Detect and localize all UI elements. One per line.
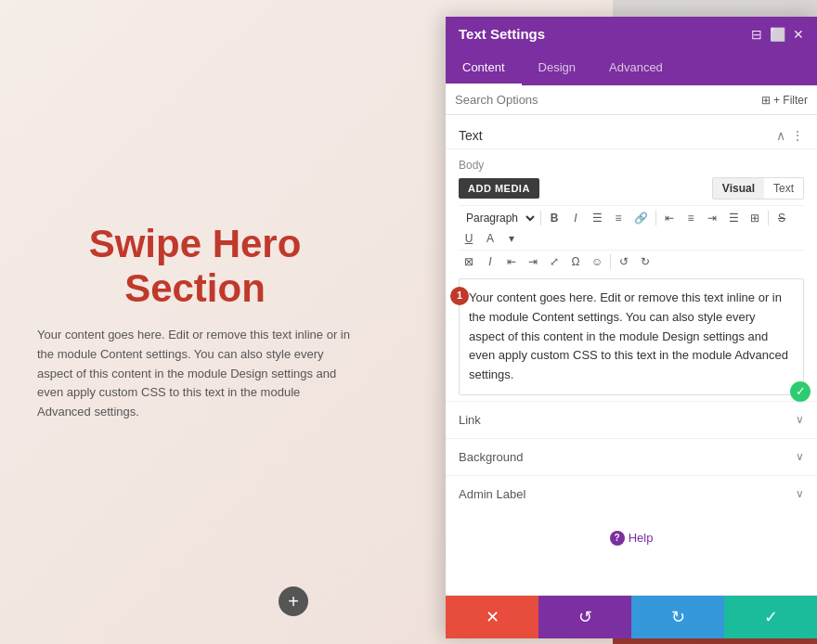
tab-design[interactable]: Design (522, 51, 592, 85)
underline-button[interactable]: U (459, 229, 479, 248)
text-mode-button[interactable]: Text (764, 178, 803, 199)
help-label: Help (629, 531, 654, 545)
panel-title: Text Settings (459, 26, 545, 42)
format-toolbar-row1: Paragraph B I ☰ ≡ 🔗 ⇤ ≡ ⇥ ☰ ⊞ S U A ▾ (459, 205, 804, 250)
hero-text: Your content goes here. Edit or remove t… (37, 326, 353, 422)
color-button[interactable]: A (480, 229, 500, 248)
tab-advanced[interactable]: Advanced (592, 51, 680, 85)
bold-button[interactable]: B (544, 209, 564, 227)
help-row: ? Help (446, 512, 817, 564)
emoji-button[interactable]: ☺ (587, 252, 607, 271)
background-section-header[interactable]: Background ∨ (446, 439, 817, 475)
chevron-up-icon[interactable]: ∧ (776, 128, 785, 143)
panel-body: Text ∧ ⋮ Body ADD MEDIA Visual Text Para… (446, 115, 817, 595)
italic2-button[interactable]: I (480, 252, 500, 271)
hero-title: Swipe Hero Section (37, 222, 353, 311)
search-input[interactable] (455, 93, 761, 107)
text-section-title: Text (459, 128, 483, 143)
justify-button[interactable]: ☰ (723, 209, 744, 227)
strikethrough-button[interactable]: S (772, 209, 792, 227)
redo-editor-button[interactable]: ↻ (635, 252, 655, 271)
close-icon[interactable]: ✕ (793, 27, 804, 42)
admin-label-section-header[interactable]: Admin Label ∨ (446, 476, 817, 512)
step-badge: 1 (450, 287, 469, 305)
link-button[interactable]: 🔗 (629, 209, 653, 227)
indent-button[interactable]: ⊠ (459, 252, 479, 271)
visual-mode-button[interactable]: Visual (713, 178, 764, 199)
link-label: Link (459, 413, 481, 427)
tab-content[interactable]: Content (446, 51, 522, 85)
text-settings-panel: Text Settings ⊟ ⬜ ✕ Content Design Advan… (446, 17, 817, 638)
panel-header-icons: ⊟ ⬜ ✕ (751, 27, 804, 42)
help-link[interactable]: ? Help (610, 531, 654, 546)
add-media-button[interactable]: ADD MEDIA (459, 178, 539, 199)
cancel-button[interactable]: ✕ (446, 596, 538, 638)
minimize-icon[interactable]: ⊟ (751, 27, 762, 42)
align-center-button[interactable]: ≡ (681, 209, 701, 227)
background-section: Background ∨ (446, 438, 817, 475)
dropdown-button[interactable]: ▾ (501, 229, 522, 248)
expand-icon[interactable]: ⬜ (770, 27, 785, 42)
separator (540, 211, 541, 225)
link-section: Link ∨ (446, 401, 817, 438)
table-button[interactable]: ⊞ (745, 209, 765, 227)
page-content-left: Swipe Hero Section Your content goes her… (0, 0, 390, 644)
undo-editor-button[interactable]: ↺ (614, 252, 634, 271)
separator3 (768, 211, 769, 225)
italic-button[interactable]: I (565, 209, 586, 227)
align-left-button[interactable]: ⇤ (659, 209, 680, 227)
visual-text-toggle: Visual Text (712, 177, 804, 200)
add-media-row: ADD MEDIA Visual Text (459, 177, 804, 200)
more-options-icon[interactable]: ⋮ (791, 128, 804, 143)
panel-footer: ✕ ↺ ↻ ✓ (446, 595, 817, 638)
indent-right-button[interactable]: ⇥ (523, 252, 543, 271)
indent-left-button[interactable]: ⇤ (501, 252, 522, 271)
panel-search-bar: ⊞ + Filter (446, 85, 817, 115)
link-section-header[interactable]: Link ∨ (446, 402, 817, 438)
redo-button[interactable]: ↻ (631, 596, 724, 638)
save-button[interactable]: ✓ (724, 596, 817, 638)
undo-button[interactable]: ↺ (538, 596, 631, 638)
editor-content-area[interactable]: 1 Your content goes here. Edit or remove… (459, 278, 804, 395)
admin-label-section: Admin Label ∨ (446, 475, 817, 512)
panel-header: Text Settings ⊟ ⬜ ✕ (446, 17, 817, 51)
align-right-button[interactable]: ⇥ (702, 209, 722, 227)
admin-label-label: Admin Label (459, 487, 525, 501)
ordered-list-button[interactable]: ≡ (608, 209, 629, 227)
editor-toolbar: ADD MEDIA Visual Text Paragraph B I ☰ ≡ … (446, 175, 817, 273)
separator2 (655, 211, 656, 225)
background-label: Background (459, 450, 523, 464)
paragraph-select[interactable]: Paragraph (459, 208, 538, 228)
filter-label: + Filter (773, 94, 808, 107)
body-label: Body (446, 149, 817, 175)
special-chars-button[interactable]: Ω (565, 252, 586, 271)
checkmark-icon: ✓ (790, 381, 811, 402)
format-toolbar-row2: ⊠ I ⇤ ⇥ ⤢ Ω ☺ ↺ ↻ (459, 250, 804, 273)
help-icon: ? (610, 531, 625, 546)
fullscreen-button[interactable]: ⤢ (544, 252, 564, 271)
unordered-list-button[interactable]: ☰ (587, 209, 607, 227)
link-chevron-icon: ∨ (796, 413, 804, 426)
filter-icon: ⊞ (761, 94, 771, 107)
editor-text[interactable]: Your content goes here. Edit or remove t… (469, 290, 788, 381)
filter-button[interactable]: ⊞ + Filter (761, 94, 808, 107)
text-section-header: Text ∧ ⋮ (446, 115, 817, 149)
background-chevron-icon: ∨ (796, 450, 804, 463)
add-row-button[interactable]: + (279, 586, 308, 616)
separator4 (610, 254, 611, 269)
panel-tabs: Content Design Advanced (446, 51, 817, 85)
admin-label-chevron-icon: ∨ (796, 487, 804, 500)
